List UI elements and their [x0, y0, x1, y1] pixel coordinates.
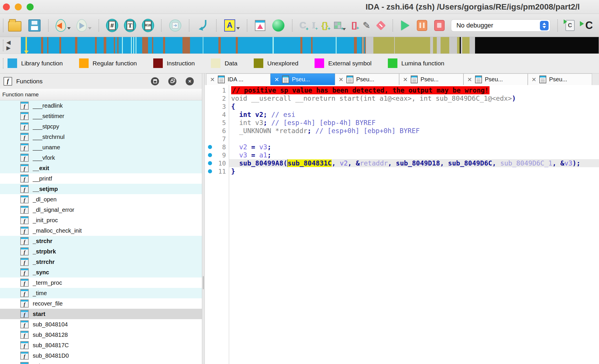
band-segment[interactable]	[475, 37, 599, 54]
function-row[interactable]: f_strchr	[0, 236, 202, 246]
code-text[interactable]: v2 = v3;	[229, 143, 599, 151]
band-segment[interactable]	[449, 37, 457, 54]
code-text[interactable]: _UNKNOWN *retaddr; // [esp+0h] [ebp+0h] …	[229, 127, 599, 135]
band-segment[interactable]	[457, 37, 460, 54]
function-row[interactable]: f_sync	[0, 267, 202, 277]
function-row[interactable]: fsub_8048128	[0, 330, 202, 340]
band-segment[interactable]	[61, 37, 75, 54]
navband-left-arrow-icon[interactable]: ◀	[6, 40, 11, 45]
function-row[interactable]: f__exit	[0, 163, 202, 173]
produce-c-file-icon[interactable]: C+	[300, 20, 306, 31]
code-text[interactable]: {	[229, 102, 599, 111]
band-segment[interactable]	[462, 37, 470, 54]
function-row[interactable]: frecover_file	[0, 298, 202, 309]
code-text[interactable]: sub_80499A8(sub_804831C, v2, &retaddr, s…	[229, 159, 599, 167]
panel-maximize-button[interactable]	[151, 77, 159, 85]
function-row[interactable]: f_strrchr	[0, 257, 202, 267]
function-row[interactable]: fstart	[0, 309, 202, 319]
rename-icon[interactable]: A	[224, 19, 235, 32]
function-row[interactable]: f___readlink	[0, 100, 202, 111]
function-name-column-header[interactable]: Function name	[0, 89, 202, 100]
code-text[interactable]: v3 = a1;	[229, 151, 599, 159]
panel-splitter[interactable]	[202, 73, 205, 364]
band-segment[interactable]	[203, 37, 218, 54]
create-struct-icon[interactable]: {}+	[322, 21, 328, 30]
tab[interactable]: ✕Pseu...	[399, 73, 463, 85]
function-row[interactable]: f_dl_signal_error	[0, 205, 202, 215]
debugger-select[interactable]: No debugger	[451, 19, 550, 32]
set-colors-icon[interactable]	[255, 20, 265, 31]
band-segment[interactable]	[373, 37, 394, 54]
create-array-icon[interactable]: []+	[352, 21, 357, 30]
breakpoint-icon[interactable]	[376, 21, 386, 30]
navigation-band[interactable]	[21, 37, 599, 54]
navigate-icon[interactable]: ➔	[169, 19, 181, 32]
function-row[interactable]: f___strchrnul	[0, 132, 202, 142]
hex-view-icon[interactable]: #	[106, 19, 118, 32]
band-segment[interactable]	[118, 37, 122, 54]
code-text[interactable]	[229, 135, 599, 143]
function-row[interactable]: f_malloc_check_init	[0, 225, 202, 236]
produce-file-icon[interactable]: I+	[312, 20, 315, 31]
band-segment[interactable]	[48, 37, 59, 54]
tab[interactable]: ✕Pseu...	[271, 73, 335, 85]
function-row[interactable]: f___setitimer	[0, 111, 202, 121]
band-segment[interactable]	[115, 37, 117, 54]
code-text[interactable]: int v3; // [esp-4h] [ebp-4h] BYREF	[229, 119, 599, 127]
band-segment[interactable]	[337, 37, 354, 54]
tab-close-icon[interactable]: ✕	[339, 77, 344, 82]
navigate-back-icon[interactable]	[56, 19, 66, 32]
band-segment[interactable]	[238, 37, 273, 54]
band-segment[interactable]	[136, 37, 142, 54]
navband-right-arrow-icon[interactable]: ▶	[6, 45, 11, 51]
tab-close-icon[interactable]: ✕	[274, 77, 279, 82]
function-row[interactable]: fsub_8048104	[0, 319, 202, 330]
band-segment[interactable]	[354, 37, 357, 54]
band-segment[interactable]	[300, 37, 302, 54]
band-segment[interactable]	[182, 37, 190, 54]
band-segment[interactable]	[41, 37, 43, 54]
function-row[interactable]: f_dl_open	[0, 194, 202, 205]
band-segment[interactable]	[274, 37, 300, 54]
binary-view-icon[interactable]: 010	[142, 19, 154, 32]
function-row[interactable]: fsub_804817C	[0, 340, 202, 350]
rename-dropdown-icon[interactable]	[236, 27, 240, 30]
function-row[interactable]: f___stpcpy	[0, 121, 202, 132]
open-subviews-icon[interactable]: +	[334, 22, 341, 29]
navband-handle[interactable]	[3, 40, 3, 51]
tab-close-icon[interactable]: ✕	[532, 77, 536, 82]
band-segment[interactable]	[302, 37, 311, 54]
band-segment[interactable]	[43, 37, 47, 54]
band-segment[interactable]	[236, 37, 238, 54]
band-segment[interactable]	[221, 37, 236, 54]
band-segment[interactable]	[77, 37, 95, 54]
band-segment[interactable]	[433, 37, 437, 54]
band-segment[interactable]	[313, 37, 336, 54]
tab[interactable]: ✕IDA ...	[206, 73, 271, 85]
band-segment[interactable]	[163, 37, 165, 54]
band-segment[interactable]	[441, 37, 449, 54]
lumina-icon[interactable]	[272, 19, 284, 32]
function-row[interactable]: f__setjmp	[0, 184, 202, 194]
band-segment[interactable]	[106, 37, 114, 54]
function-row[interactable]: f___uname	[0, 142, 202, 152]
band-segment[interactable]	[190, 37, 203, 54]
tab-close-icon[interactable]: ✕	[467, 77, 472, 82]
band-segment[interactable]	[437, 37, 441, 54]
open-file-icon[interactable]	[8, 21, 21, 32]
band-segment[interactable]	[123, 37, 131, 54]
edit-icon[interactable]: ✎	[363, 20, 370, 31]
select-stepper-icon[interactable]	[540, 21, 549, 30]
tab-close-icon[interactable]: ✕	[210, 77, 215, 82]
tab[interactable]: ✕Pseu...	[463, 73, 528, 85]
function-row[interactable]: f_time	[0, 288, 202, 298]
panel-float-button[interactable]	[168, 77, 176, 85]
pseudocode-view[interactable]: 1// positive sp value has been detected,…	[205, 85, 599, 364]
function-row[interactable]: fsub_80481D0	[0, 350, 202, 361]
code-text[interactable]: void __usercall __noreturn start(int a1@…	[229, 94, 599, 102]
function-row[interactable]: f_term_proc	[0, 277, 202, 288]
navigate-forward-icon[interactable]	[76, 19, 87, 32]
tab[interactable]: ✕Pseu...	[335, 73, 399, 85]
stop-process-icon[interactable]	[434, 20, 445, 31]
band-segment[interactable]	[470, 37, 475, 54]
